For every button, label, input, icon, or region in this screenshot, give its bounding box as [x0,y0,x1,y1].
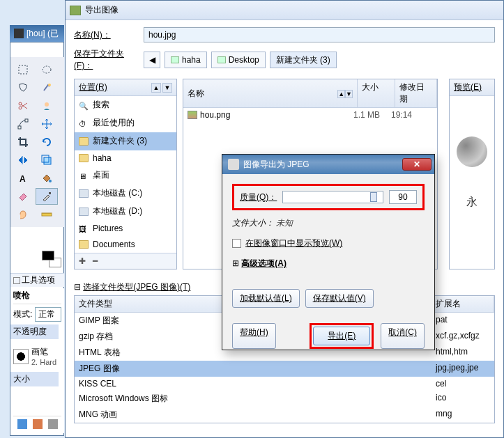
tool-ellipse-select-icon[interactable] [36,61,58,78]
location-label: Pictures [93,224,123,233]
export-dialog-icon [70,6,81,15]
location-label: Documents [93,240,135,249]
options-reset-icon[interactable] [33,419,43,429]
tool-fuzzy-select-icon[interactable] [36,79,58,96]
file-date: 19:14 [391,110,433,120]
preview-checkbox-label: 在图像窗口中显示预览(W) [245,237,342,249]
tool-smudge-icon[interactable] [12,206,34,223]
dock-chevron-icon[interactable] [13,277,20,284]
export-button[interactable]: 导出(E) [313,327,370,345]
preview-panel: 预览(E) 永 [449,79,495,269]
tool-options-panel: 喷枪 模式: 正常 不透明度 画笔 2. Hard 大小 [10,288,64,433]
file-sort-up[interactable]: ▲ [337,90,345,98]
filetype-ext: cel [432,377,494,391]
svg-point-5 [45,102,49,107]
slider-thumb-icon[interactable] [370,192,377,202]
loc-remove-icon[interactable]: ━ [93,256,98,266]
tool-bucket-fill-icon[interactable] [36,170,58,187]
tool-foreground-select-icon[interactable] [36,97,58,114]
tool-move-icon[interactable] [36,116,58,132]
location-item[interactable]: Pictures [75,221,176,237]
breadcrumb-haha[interactable]: haha [165,52,207,68]
location-item[interactable]: 新建文件夹 (3) [75,132,176,150]
jpeg-dialog-titlebar[interactable]: 图像导出为 JPEG ✕ [222,155,434,174]
location-item[interactable]: 本地磁盘 (C:) [75,185,176,203]
col-size[interactable]: 大小 [358,79,395,108]
breadcrumb-newfolder[interactable]: 新建文件夹 (3) [270,52,337,68]
advanced-options-toggle[interactable]: ⊞ 高级选项(A) [232,258,425,269]
tool-rect-select-icon[interactable] [12,61,34,78]
mode-select[interactable]: 正常 [35,307,61,322]
filetype-ext: xcf.gz,xcfgz [432,329,494,345]
tool-measure-icon[interactable] [36,206,58,223]
tool-perspective-icon[interactable] [36,152,58,169]
loc-sort-up[interactable]: ▲ [151,83,161,93]
desktop-icon [79,171,89,180]
gimp-main-title: [hou] (已 [26,28,59,40]
location-item[interactable]: Documents [75,237,176,253]
filename-input[interactable] [144,27,495,42]
nav-back-button[interactable]: ◀ [144,52,160,68]
locations-panel: 位置(R) ▲▼ 搜索最近使用的新建文件夹 (3)haha桌面本地磁盘 (C:)… [74,79,177,269]
location-item[interactable]: 搜索 [75,96,176,114]
fg-color-swatch[interactable] [42,251,54,260]
quality-highlight: 质量(Q)： [232,184,425,210]
col-date[interactable]: 修改日期 [395,79,437,108]
filetype-ext: ico [432,391,494,407]
tool-color-picker-icon[interactable] [36,188,58,205]
quality-slider[interactable] [282,191,383,203]
tool-flip-icon[interactable] [12,152,34,169]
tool-scissors-icon[interactable] [12,97,34,114]
location-item[interactable]: 本地磁盘 (D:) [75,203,176,221]
tool-rotate-icon[interactable] [36,134,58,150]
loc-sort-down[interactable]: ▼ [162,83,172,93]
tool-crop-icon[interactable] [12,134,34,150]
tool-paths-icon[interactable] [12,116,34,132]
quality-label: 质量(Q)： [240,191,277,203]
jpeg-export-dialog: 图像导出为 JPEG ✕ 质量(Q)： 文件大小： 未知 在图像窗口中显示预览(… [222,154,435,350]
quality-input[interactable] [389,190,417,204]
col-name[interactable]: 名称 [188,88,204,100]
saveto-label: 保存于文件夹(F)： [74,48,137,72]
svg-rect-12 [49,192,51,194]
opacity-label[interactable]: 不透明度 [10,324,59,339]
file-row[interactable]: hou.png1.1 MB19:14 [183,108,437,122]
tool-eraser-icon[interactable] [12,188,34,205]
size-label[interactable]: 大小 [10,372,59,386]
file-size: 1.1 MB [353,110,391,120]
export-dialog-titlebar[interactable]: 导出图像 [66,1,503,20]
tool-free-select-icon[interactable] [12,79,34,96]
cancel-button[interactable]: 取消(C) [381,323,425,349]
file-sort-down[interactable]: ▼ [345,90,353,98]
loc-add-icon[interactable]: ✚ [79,256,86,266]
export-dialog-title: 导出图像 [85,4,119,16]
folder-icon [79,154,89,162]
gimp-app-icon [14,29,24,38]
filesize-label: 文件大小： [232,218,274,228]
filetype-row[interactable]: MNG 动画mng [75,407,494,423]
filetype-name: Microsoft Windows 图标 [75,391,432,407]
preview-checkbox[interactable] [232,239,241,248]
tool-colors[interactable] [42,251,64,270]
options-delete-icon[interactable] [48,419,58,429]
brush-label: 画笔 [31,346,56,358]
breadcrumb-desktop[interactable]: Desktop [211,52,266,68]
location-item[interactable]: 最近使用的 [75,114,176,132]
drive-icon [79,208,89,216]
svg-text:A: A [20,174,26,184]
filetype-row[interactable]: KISS CELcel [75,377,494,391]
filetype-row[interactable]: Microsoft Windows 图标ico [75,391,494,407]
close-button[interactable]: ✕ [402,158,432,171]
save-defaults-button[interactable]: 保存默认值(V) [305,289,374,308]
tool-text-icon[interactable]: A [12,170,34,187]
brush-preview[interactable] [13,349,29,364]
load-defaults-button[interactable]: 加载默认值(L) [232,289,300,308]
help-button[interactable]: 帮助(H) [232,323,276,349]
location-item[interactable]: 桌面 [75,166,176,185]
location-label: 本地磁盘 (D:) [93,205,142,217]
location-item[interactable]: haha [75,150,176,166]
type-col-ext[interactable]: 扩展名 [432,296,494,313]
filetype-row[interactable]: JPEG 图像jpg,jpeg,jpe [75,361,494,377]
options-save-icon[interactable] [17,419,27,429]
mode-label: 模式: [13,308,32,320]
